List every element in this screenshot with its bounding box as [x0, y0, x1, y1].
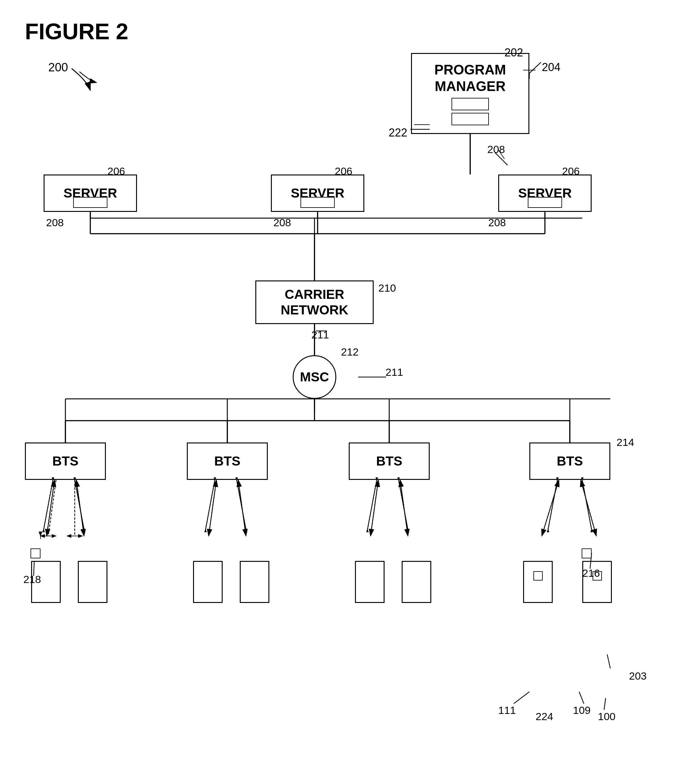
- svg-marker-55: [590, 529, 593, 532]
- server-port-2: [301, 197, 335, 208]
- phone-2b: [240, 561, 269, 603]
- server-port-3: [528, 197, 562, 208]
- ref-203: 203: [629, 670, 647, 682]
- bts-box-1: BTS: [25, 443, 106, 480]
- ref-111: 111: [498, 704, 516, 716]
- program-manager-label: PROGRAMMANAGER: [434, 62, 506, 95]
- svg-marker-39: [245, 529, 247, 532]
- ref-100: 100: [598, 710, 616, 723]
- msc-label: MSC: [300, 370, 329, 385]
- pm-port-204: [452, 98, 489, 110]
- svg-marker-47: [407, 529, 409, 532]
- phone-1b: [78, 561, 107, 603]
- ref-206b: 206: [335, 165, 352, 177]
- pm-port-222: [452, 113, 489, 125]
- svg-line-88: [542, 480, 559, 536]
- svg-line-44: [367, 480, 377, 530]
- server-box-1: SERVER: [44, 175, 137, 212]
- carrier-network-label: CARRIERNETWORK: [281, 287, 348, 318]
- svg-line-86: [400, 480, 408, 536]
- svg-marker-31: [83, 529, 85, 532]
- ref-211b: 211: [386, 366, 403, 378]
- svg-line-34: [205, 480, 215, 530]
- phone-4a: [523, 561, 553, 603]
- server-box-3: SERVER: [498, 175, 591, 212]
- bts-label-4: BTS: [557, 454, 583, 469]
- svg-line-84: [371, 480, 378, 536]
- ref-208a: 208: [46, 217, 64, 229]
- diagram-ref-200: 200: [48, 61, 68, 74]
- svg-line-28: [44, 480, 53, 530]
- svg-line-93: [529, 62, 541, 73]
- figure-title: FIGURE 2: [25, 19, 128, 44]
- server-port-1: [73, 197, 107, 208]
- ref-224: 224: [536, 710, 553, 723]
- svg-line-85: [400, 480, 408, 536]
- svg-line-48: [399, 480, 408, 530]
- ref-204: 204: [542, 61, 560, 74]
- svg-line-38: [237, 480, 246, 530]
- svg-line-90: [581, 480, 596, 536]
- server-box-2: SERVER: [271, 175, 364, 212]
- svg-line-78: [76, 480, 84, 536]
- ref-208d: 208: [487, 143, 505, 155]
- svg-line-40: [237, 480, 246, 530]
- bts-box-4: BTS: [529, 443, 610, 480]
- svg-line-32: [75, 480, 84, 530]
- ref-109: 109: [573, 704, 591, 716]
- ref-212: 212: [341, 346, 359, 358]
- svg-line-81: [238, 480, 246, 536]
- ref-208b: 208: [273, 217, 291, 229]
- ref-208c: 208: [488, 217, 506, 229]
- svg-line-42: [367, 480, 377, 530]
- phone-4a-indicator: [533, 571, 543, 581]
- svg-line-83: [371, 480, 378, 536]
- ref-211a: 211: [311, 329, 329, 341]
- svg-line-54: [582, 480, 591, 530]
- ref-222: 222: [389, 126, 407, 139]
- ref-206c: 206: [562, 165, 580, 177]
- phone-indicator-218: [31, 548, 41, 558]
- svg-line-80: [209, 480, 217, 536]
- svg-line-36: [205, 480, 215, 530]
- svg-line-77: [76, 480, 84, 536]
- svg-line-82: [238, 480, 246, 536]
- ref-202: 202: [504, 46, 523, 59]
- svg-line-89: [581, 480, 596, 536]
- phone-2a: [193, 561, 223, 603]
- ref-218: 218: [23, 573, 41, 586]
- svg-marker-43: [366, 529, 369, 532]
- svg-line-76: [47, 480, 54, 536]
- svg-line-99: [579, 692, 584, 703]
- ref-206a: 206: [107, 165, 125, 177]
- svg-line-56: [582, 480, 591, 530]
- ref-210: 210: [378, 282, 396, 294]
- ref-214: 214: [616, 436, 634, 448]
- svg-line-52: [548, 480, 557, 530]
- bts-label-1: BTS: [52, 454, 79, 469]
- svg-marker-27: [42, 529, 45, 532]
- ref-216: 216: [582, 567, 600, 579]
- svg-line-75: [47, 480, 54, 536]
- bts-label-3: BTS: [376, 454, 402, 469]
- svg-line-50: [548, 480, 557, 530]
- bts-box-2: BTS: [187, 443, 268, 480]
- svg-line-100: [604, 698, 606, 710]
- svg-line-87: [542, 480, 559, 536]
- msc-circle: MSC: [293, 355, 336, 399]
- svg-line-97: [607, 654, 610, 669]
- bts-box-3: BTS: [349, 443, 430, 480]
- svg-line-30: [75, 480, 84, 530]
- phone-indicator-216: [582, 548, 591, 558]
- program-manager-box: PROGRAMMANAGER: [411, 53, 529, 134]
- svg-line-16: [48, 480, 56, 536]
- svg-marker-35: [204, 529, 207, 532]
- bts-label-2: BTS: [214, 454, 240, 469]
- svg-line-98: [514, 692, 529, 703]
- phone-3a: [355, 561, 384, 603]
- svg-line-79: [209, 480, 217, 536]
- carrier-network-box: CARRIERNETWORK: [255, 280, 374, 324]
- svg-line-26: [44, 480, 53, 530]
- phone-3b: [402, 561, 431, 603]
- svg-marker-51: [547, 529, 549, 532]
